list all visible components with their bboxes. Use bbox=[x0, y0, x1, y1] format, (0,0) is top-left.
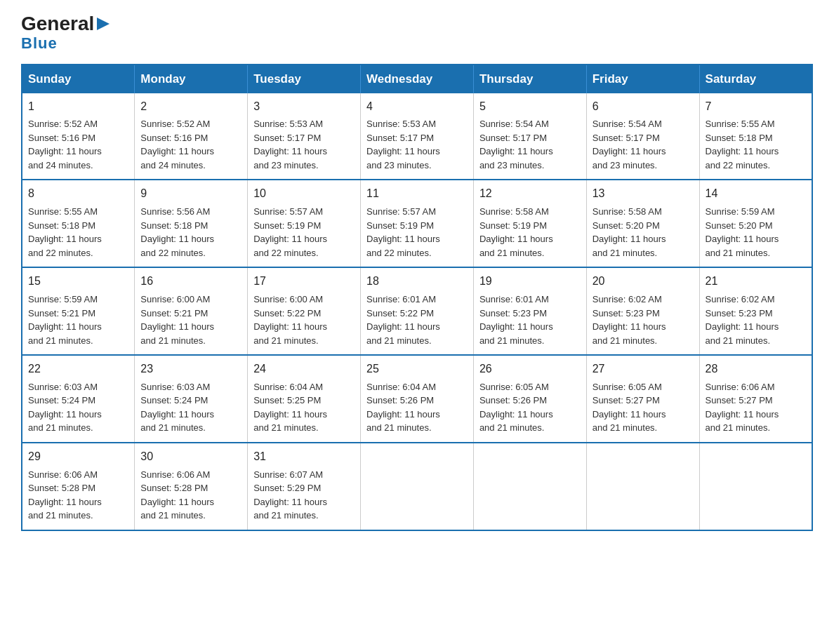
calendar-week-2: 8 Sunrise: 5:55 AMSunset: 5:18 PMDayligh… bbox=[22, 180, 812, 267]
day-number: 18 bbox=[366, 273, 468, 290]
page-header: General Blue bbox=[21, 14, 813, 51]
calendar-cell: 10 Sunrise: 5:57 AMSunset: 5:19 PMDaylig… bbox=[248, 180, 361, 267]
day-info: Sunrise: 5:53 AMSunset: 5:17 PMDaylight:… bbox=[253, 117, 355, 172]
day-info: Sunrise: 6:01 AMSunset: 5:23 PMDaylight:… bbox=[479, 293, 581, 347]
day-info: Sunrise: 6:05 AMSunset: 5:26 PMDaylight:… bbox=[479, 380, 581, 435]
calendar-cell: 31 Sunrise: 6:07 AMSunset: 5:29 PMDaylig… bbox=[248, 443, 361, 530]
day-number: 5 bbox=[479, 98, 581, 116]
weekday-header-friday: Friday bbox=[586, 65, 699, 93]
day-info: Sunrise: 6:03 AMSunset: 5:24 PMDaylight:… bbox=[140, 380, 241, 435]
day-number: 24 bbox=[253, 361, 355, 378]
day-info: Sunrise: 5:59 AMSunset: 5:20 PMDaylight:… bbox=[706, 205, 806, 260]
day-number: 23 bbox=[140, 361, 241, 378]
day-number: 30 bbox=[140, 448, 241, 466]
calendar-cell: 7 Sunrise: 5:55 AMSunset: 5:18 PMDayligh… bbox=[699, 93, 812, 180]
day-info: Sunrise: 6:04 AMSunset: 5:26 PMDaylight:… bbox=[366, 380, 468, 435]
calendar-cell: 17 Sunrise: 6:00 AMSunset: 5:22 PMDaylig… bbox=[248, 267, 361, 355]
calendar-week-5: 29 Sunrise: 6:06 AMSunset: 5:28 PMDaylig… bbox=[22, 443, 812, 530]
day-number: 17 bbox=[253, 273, 355, 290]
day-info: Sunrise: 5:52 AMSunset: 5:16 PMDaylight:… bbox=[28, 117, 128, 172]
day-info: Sunrise: 6:02 AMSunset: 5:23 PMDaylight:… bbox=[593, 293, 694, 347]
day-number: 27 bbox=[593, 361, 694, 378]
calendar-cell: 21 Sunrise: 6:02 AMSunset: 5:23 PMDaylig… bbox=[699, 267, 812, 355]
day-info: Sunrise: 5:57 AMSunset: 5:19 PMDaylight:… bbox=[366, 205, 468, 260]
day-info: Sunrise: 6:06 AMSunset: 5:27 PMDaylight:… bbox=[706, 380, 806, 435]
weekday-header-saturday: Saturday bbox=[699, 65, 812, 93]
calendar-cell: 18 Sunrise: 6:01 AMSunset: 5:22 PMDaylig… bbox=[361, 267, 474, 355]
day-info: Sunrise: 6:00 AMSunset: 5:22 PMDaylight:… bbox=[253, 293, 355, 347]
day-info: Sunrise: 6:04 AMSunset: 5:25 PMDaylight:… bbox=[253, 380, 355, 435]
weekday-header-wednesday: Wednesday bbox=[361, 65, 474, 93]
day-number: 2 bbox=[140, 98, 241, 116]
calendar-cell: 8 Sunrise: 5:55 AMSunset: 5:18 PMDayligh… bbox=[22, 180, 135, 267]
calendar-cell: 16 Sunrise: 6:00 AMSunset: 5:21 PMDaylig… bbox=[135, 267, 248, 355]
svg-marker-0 bbox=[97, 18, 110, 30]
day-number: 20 bbox=[593, 273, 694, 290]
calendar-cell: 15 Sunrise: 5:59 AMSunset: 5:21 PMDaylig… bbox=[22, 267, 135, 355]
calendar-cell: 29 Sunrise: 6:06 AMSunset: 5:28 PMDaylig… bbox=[22, 443, 135, 530]
day-info: Sunrise: 5:53 AMSunset: 5:17 PMDaylight:… bbox=[366, 117, 468, 172]
day-info: Sunrise: 5:54 AMSunset: 5:17 PMDaylight:… bbox=[479, 117, 581, 172]
day-number: 13 bbox=[593, 185, 694, 203]
calendar-cell: 26 Sunrise: 6:05 AMSunset: 5:26 PMDaylig… bbox=[473, 355, 586, 443]
day-info: Sunrise: 5:54 AMSunset: 5:17 PMDaylight:… bbox=[593, 117, 694, 172]
calendar-week-1: 1 Sunrise: 5:52 AMSunset: 5:16 PMDayligh… bbox=[22, 93, 812, 180]
day-info: Sunrise: 5:56 AMSunset: 5:18 PMDaylight:… bbox=[140, 205, 241, 260]
day-info: Sunrise: 5:55 AMSunset: 5:18 PMDaylight:… bbox=[706, 117, 806, 172]
day-number: 22 bbox=[28, 361, 128, 378]
calendar-cell: 25 Sunrise: 6:04 AMSunset: 5:26 PMDaylig… bbox=[361, 355, 474, 443]
day-number: 19 bbox=[479, 273, 581, 290]
day-info: Sunrise: 6:03 AMSunset: 5:24 PMDaylight:… bbox=[28, 380, 128, 435]
day-info: Sunrise: 5:58 AMSunset: 5:19 PMDaylight:… bbox=[479, 205, 581, 260]
day-number: 10 bbox=[253, 185, 355, 203]
calendar-cell: 1 Sunrise: 5:52 AMSunset: 5:16 PMDayligh… bbox=[22, 93, 135, 180]
day-info: Sunrise: 6:05 AMSunset: 5:27 PMDaylight:… bbox=[593, 380, 694, 435]
weekday-header-thursday: Thursday bbox=[473, 65, 586, 93]
logo: General Blue bbox=[21, 14, 111, 51]
calendar-table: SundayMondayTuesdayWednesdayThursdayFrid… bbox=[21, 64, 813, 531]
calendar-cell: 19 Sunrise: 6:01 AMSunset: 5:23 PMDaylig… bbox=[473, 267, 586, 355]
day-number: 15 bbox=[28, 273, 128, 290]
day-info: Sunrise: 5:55 AMSunset: 5:18 PMDaylight:… bbox=[28, 205, 128, 260]
calendar-cell: 9 Sunrise: 5:56 AMSunset: 5:18 PMDayligh… bbox=[135, 180, 248, 267]
calendar-week-4: 22 Sunrise: 6:03 AMSunset: 5:24 PMDaylig… bbox=[22, 355, 812, 443]
calendar-cell: 27 Sunrise: 6:05 AMSunset: 5:27 PMDaylig… bbox=[586, 355, 699, 443]
calendar-cell: 11 Sunrise: 5:57 AMSunset: 5:19 PMDaylig… bbox=[361, 180, 474, 267]
day-number: 12 bbox=[479, 185, 581, 203]
calendar-cell: 28 Sunrise: 6:06 AMSunset: 5:27 PMDaylig… bbox=[699, 355, 812, 443]
calendar-cell: 14 Sunrise: 5:59 AMSunset: 5:20 PMDaylig… bbox=[699, 180, 812, 267]
day-number: 3 bbox=[253, 98, 355, 116]
day-number: 28 bbox=[706, 361, 806, 378]
calendar-cell: 13 Sunrise: 5:58 AMSunset: 5:20 PMDaylig… bbox=[586, 180, 699, 267]
calendar-cell bbox=[361, 443, 474, 530]
calendar-cell: 30 Sunrise: 6:06 AMSunset: 5:28 PMDaylig… bbox=[135, 443, 248, 530]
calendar-cell: 20 Sunrise: 6:02 AMSunset: 5:23 PMDaylig… bbox=[586, 267, 699, 355]
weekday-header-tuesday: Tuesday bbox=[248, 65, 361, 93]
day-number: 8 bbox=[28, 185, 128, 203]
calendar-header: SundayMondayTuesdayWednesdayThursdayFrid… bbox=[22, 65, 812, 93]
day-info: Sunrise: 6:06 AMSunset: 5:28 PMDaylight:… bbox=[140, 468, 241, 523]
day-info: Sunrise: 5:59 AMSunset: 5:21 PMDaylight:… bbox=[28, 293, 128, 347]
calendar-cell: 5 Sunrise: 5:54 AMSunset: 5:17 PMDayligh… bbox=[473, 93, 586, 180]
calendar-cell: 23 Sunrise: 6:03 AMSunset: 5:24 PMDaylig… bbox=[135, 355, 248, 443]
day-info: Sunrise: 5:57 AMSunset: 5:19 PMDaylight:… bbox=[253, 205, 355, 260]
logo-general: General bbox=[21, 14, 111, 34]
calendar-cell: 4 Sunrise: 5:53 AMSunset: 5:17 PMDayligh… bbox=[361, 93, 474, 180]
day-number: 16 bbox=[140, 273, 241, 290]
day-number: 25 bbox=[366, 361, 468, 378]
calendar-cell: 6 Sunrise: 5:54 AMSunset: 5:17 PMDayligh… bbox=[586, 93, 699, 180]
day-number: 4 bbox=[366, 98, 468, 116]
day-number: 11 bbox=[366, 185, 468, 203]
calendar-week-3: 15 Sunrise: 5:59 AMSunset: 5:21 PMDaylig… bbox=[22, 267, 812, 355]
day-number: 14 bbox=[706, 185, 806, 203]
day-info: Sunrise: 5:52 AMSunset: 5:16 PMDaylight:… bbox=[140, 117, 241, 172]
calendar-cell bbox=[473, 443, 586, 530]
calendar-cell: 24 Sunrise: 6:04 AMSunset: 5:25 PMDaylig… bbox=[248, 355, 361, 443]
calendar-cell bbox=[586, 443, 699, 530]
day-number: 9 bbox=[140, 185, 241, 203]
day-number: 1 bbox=[28, 98, 128, 116]
day-number: 26 bbox=[479, 361, 581, 378]
calendar-cell: 3 Sunrise: 5:53 AMSunset: 5:17 PMDayligh… bbox=[248, 93, 361, 180]
weekday-header-monday: Monday bbox=[135, 65, 248, 93]
day-info: Sunrise: 5:58 AMSunset: 5:20 PMDaylight:… bbox=[593, 205, 694, 260]
